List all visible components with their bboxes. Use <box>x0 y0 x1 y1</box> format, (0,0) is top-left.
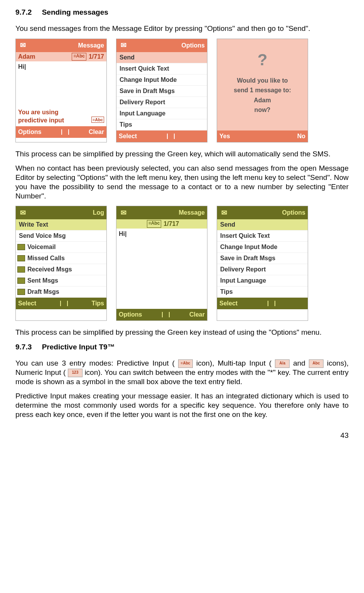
softkey-bar: Select <box>217 298 308 309</box>
menu-item-send[interactable]: Send <box>217 219 308 230</box>
menu-item[interactable]: Tips <box>217 286 308 298</box>
screenshot-row-1: ✉ Message Adam ≡Abc 1/717 Hi| You are us… <box>15 39 349 142</box>
input-mode-badge: ≡Abc <box>147 220 162 228</box>
menu-item[interactable]: Draft Msgs <box>16 286 106 298</box>
screenshot-row-2: ✉ Log Write Text Send Voice Msg Voicemai… <box>15 206 349 321</box>
hint-badge: ≡Abc <box>91 117 104 123</box>
paragraph: You send messages from the Message Edito… <box>15 24 349 33</box>
input-mode-badge: ≡Abc <box>72 53 86 61</box>
section-heading-2: 9.7.3 Predictive Input T9™ <box>15 342 349 352</box>
paragraph-with-icons: You can use 3 entry modes: Predictive In… <box>15 359 349 386</box>
center-key-icon[interactable] <box>162 312 170 317</box>
received-icon <box>17 266 25 273</box>
recipient-row: Adam ≡Abc 1/717 <box>16 52 106 61</box>
softkey-left[interactable]: Select <box>219 300 238 307</box>
titlebar: ✉ Options <box>217 206 308 219</box>
predictive-input-icon: ≡Abc <box>178 359 193 368</box>
sms-icon: ✉ <box>18 41 27 50</box>
message-text: Hi| <box>119 230 126 237</box>
confirm-line: send 1 message to: <box>221 85 304 95</box>
softkey-yes[interactable]: Yes <box>219 132 230 140</box>
log-menu: Write Text Send Voice Msg Voicemail Miss… <box>16 219 106 298</box>
multitap-icon-2: Abc <box>309 359 324 368</box>
menu-item[interactable]: Delivery Report <box>217 264 308 275</box>
message-body[interactable]: Hi| You are using predictive input ≡Abc <box>16 61 106 126</box>
menu-item[interactable]: Sent Msgs <box>16 275 106 286</box>
input-hint: You are using predictive input ≡Abc <box>18 108 104 125</box>
envelope-icon: ✉ <box>219 208 229 217</box>
menu-item-write-text[interactable]: Write Text <box>16 219 106 230</box>
menu-item[interactable]: Missed Calls <box>16 253 106 264</box>
titlebar: ✉ Log <box>16 206 106 219</box>
softkey-bar: Yes No <box>217 130 308 142</box>
screen-title: Message <box>27 42 104 49</box>
menu-item[interactable]: Delivery Report <box>116 97 207 108</box>
section-num: 9.7.2 <box>15 8 32 16</box>
softkey-bar: Select <box>116 130 207 142</box>
menu-item[interactable]: Voicemail <box>16 242 106 253</box>
softkey-left[interactable]: Select <box>18 300 36 307</box>
menu-item[interactable]: Save in Draft Msgs <box>217 253 308 264</box>
message-body[interactable]: Hi| <box>116 229 207 309</box>
confirm-line: Would you like to <box>221 76 304 86</box>
softkey-no[interactable]: No <box>297 132 305 140</box>
softkey-left[interactable]: Options <box>119 311 142 319</box>
confirm-dialog: ? Would you like to send 1 message to: A… <box>217 39 308 130</box>
paragraph: This process can be simplified by pressi… <box>15 328 349 337</box>
menu-item-send[interactable]: Send <box>116 52 207 63</box>
envelope-icon: ✉ <box>119 208 128 217</box>
numeric-input-icon: 123 <box>68 369 83 377</box>
menu-item[interactable]: Change Input Mode <box>116 75 207 86</box>
softkey-left[interactable]: Select <box>119 132 137 140</box>
center-key-icon[interactable] <box>61 129 69 135</box>
section-heading-1: 9.7.2 Sending messages <box>15 8 349 17</box>
phone-screen-message: ✉ Message ≡Abc 1/717 Hi| Options Clear <box>116 206 207 321</box>
screen-title: Message <box>128 209 205 217</box>
menu-item[interactable]: Send Voice Msg <box>16 230 106 242</box>
hint-line2: predictive input <box>18 117 64 124</box>
titlebar: ✉ Options <box>116 39 207 52</box>
text-part: icon), Multi-tap Input ( <box>196 359 271 367</box>
section-num: 9.7.3 <box>15 343 32 351</box>
menu-item[interactable]: Input Language <box>116 108 207 119</box>
paragraph: This process can be simplified by pressi… <box>15 149 349 159</box>
confirm-line: Adam <box>221 95 304 105</box>
phone-screen-message: ✉ Message Adam ≡Abc 1/717 Hi| You are us… <box>15 39 107 142</box>
multitap-icon-1: A/a <box>275 359 290 368</box>
menu-item[interactable]: Received Msgs <box>16 264 106 275</box>
section-title: Sending messages <box>42 8 108 16</box>
screen-title: Options <box>128 42 205 49</box>
draft-icon <box>17 289 25 295</box>
center-key-icon[interactable] <box>60 301 68 306</box>
titlebar: ✉ Message <box>16 39 106 52</box>
screen-title: Log <box>27 209 104 217</box>
question-mark-icon: ? <box>221 47 304 73</box>
softkey-left[interactable]: Options <box>18 128 41 136</box>
sent-icon <box>17 278 25 284</box>
softkey-right[interactable]: Clear <box>189 311 205 319</box>
section-title: Predictive Input T9™ <box>42 343 115 351</box>
menu-item[interactable]: Input Language <box>217 275 308 286</box>
recipient-name: Adam <box>18 53 69 61</box>
menu-item[interactable]: Save in Draft Msgs <box>116 86 207 97</box>
softkey-right[interactable]: Clear <box>89 128 104 136</box>
options-menu: Send Insert Quick Text Change Input Mode… <box>217 219 308 298</box>
phone-screen-confirm: ? Would you like to send 1 message to: A… <box>217 39 308 142</box>
missed-call-icon <box>17 255 25 261</box>
menu-item[interactable]: Change Input Mode <box>217 242 308 253</box>
phone-screen-options: ✉ Options Send Insert Quick Text Change … <box>217 206 308 321</box>
menu-item[interactable]: Tips <box>116 119 207 130</box>
envelope-icon: ✉ <box>18 208 27 217</box>
menu-item[interactable]: Insert Quick Text <box>116 63 207 75</box>
options-menu: Send Insert Quick Text Change Input Mode… <box>116 52 207 130</box>
text-part: You can use 3 entry modes: Predictive In… <box>15 359 175 367</box>
center-key-icon[interactable] <box>268 301 275 306</box>
voicemail-icon <box>17 244 25 250</box>
confirm-line: now? <box>221 105 304 115</box>
menu-item[interactable]: Insert Quick Text <box>217 230 308 242</box>
phone-screen-log: ✉ Log Write Text Send Voice Msg Voicemai… <box>15 206 107 321</box>
hint-line1: You are using <box>18 109 59 115</box>
softkey-right[interactable]: Tips <box>91 300 104 307</box>
center-key-icon[interactable] <box>167 134 175 139</box>
char-counter: 1/717 <box>163 220 179 228</box>
